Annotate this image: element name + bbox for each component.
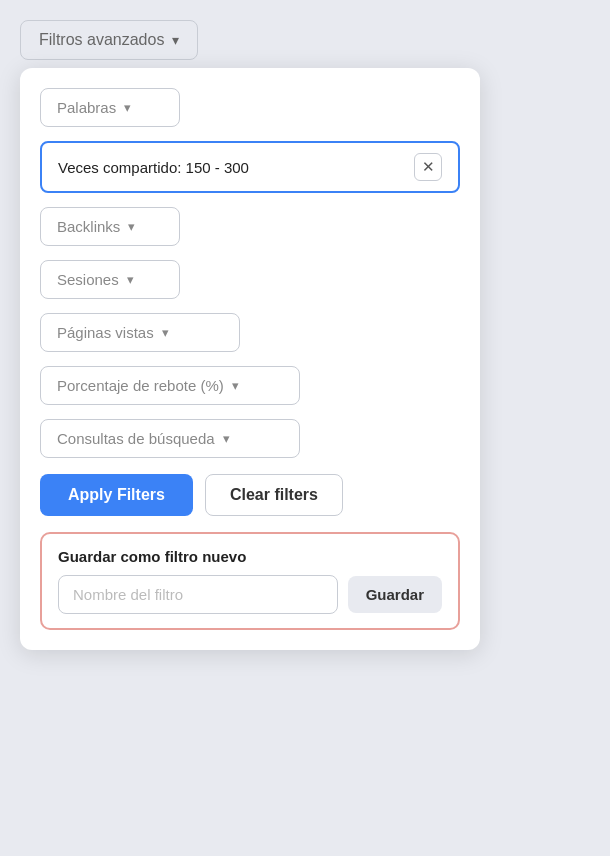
filter-veces-compartido-close-button[interactable]: ✕ (414, 153, 442, 181)
filter-porcentaje-rebote-label: Porcentaje de rebote (%) (57, 377, 224, 394)
filter-backlinks-chevron-icon: ▾ (128, 219, 135, 234)
filter-row-backlinks: Backlinks ▾ (40, 207, 460, 246)
filter-row-consultas-busqueda: Consultas de búsqueda ▾ (40, 419, 460, 458)
filter-consultas-busqueda-chevron-icon: ▾ (223, 431, 230, 446)
filter-row-palabras: Palabras ▾ (40, 88, 460, 127)
save-section-title: Guardar como filtro nuevo (58, 548, 442, 565)
trigger-chevron-icon: ▾ (172, 32, 179, 48)
save-section: Guardar como filtro nuevo Guardar (40, 532, 460, 630)
filter-porcentaje-rebote-chevron-icon: ▾ (232, 378, 239, 393)
actions-row: Apply Filters Clear filters (40, 474, 460, 516)
apply-filters-button[interactable]: Apply Filters (40, 474, 193, 516)
filter-row-sesiones: Sesiones ▾ (40, 260, 460, 299)
filter-paginas-vistas-dropdown[interactable]: Páginas vistas ▾ (40, 313, 240, 352)
filter-porcentaje-rebote-dropdown[interactable]: Porcentaje de rebote (%) ▾ (40, 366, 300, 405)
filter-veces-compartido-text: Veces compartido: 150 - 300 (58, 159, 404, 176)
filter-row-paginas-vistas: Páginas vistas ▾ (40, 313, 460, 352)
filter-veces-compartido-active: Veces compartido: 150 - 300 ✕ (40, 141, 460, 193)
filter-backlinks-label: Backlinks (57, 218, 120, 235)
filter-row-porcentaje-rebote: Porcentaje de rebote (%) ▾ (40, 366, 460, 405)
filter-paginas-vistas-label: Páginas vistas (57, 324, 154, 341)
dropdown-panel: Palabras ▾ Veces compartido: 150 - 300 ✕… (20, 68, 480, 650)
filter-paginas-vistas-chevron-icon: ▾ (162, 325, 169, 340)
advanced-filters-trigger[interactable]: Filtros avanzados ▾ (20, 20, 198, 60)
filter-palabras-chevron-icon: ▾ (124, 100, 131, 115)
filter-row-veces-compartido: Veces compartido: 150 - 300 ✕ (40, 141, 460, 193)
filter-sesiones-chevron-icon: ▾ (127, 272, 134, 287)
page-wrapper: Filtros avanzados ▾ Palabras ▾ Veces com… (20, 20, 590, 650)
advanced-filters-label: Filtros avanzados (39, 31, 164, 49)
filter-sesiones-dropdown[interactable]: Sesiones ▾ (40, 260, 180, 299)
filter-palabras-dropdown[interactable]: Palabras ▾ (40, 88, 180, 127)
filter-backlinks-dropdown[interactable]: Backlinks ▾ (40, 207, 180, 246)
filter-consultas-busqueda-label: Consultas de búsqueda (57, 430, 215, 447)
save-button[interactable]: Guardar (348, 576, 442, 613)
filter-sesiones-label: Sesiones (57, 271, 119, 288)
filter-consultas-busqueda-dropdown[interactable]: Consultas de búsqueda ▾ (40, 419, 300, 458)
clear-filters-button[interactable]: Clear filters (205, 474, 343, 516)
filter-name-input[interactable] (58, 575, 338, 614)
save-row: Guardar (58, 575, 442, 614)
filter-palabras-label: Palabras (57, 99, 116, 116)
